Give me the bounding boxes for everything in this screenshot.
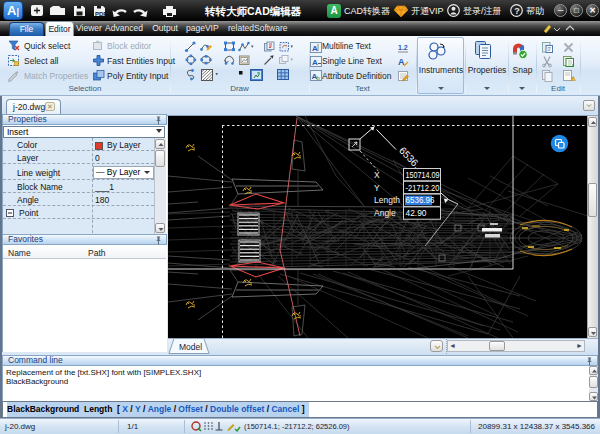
svg-text:6536.: 6536.	[397, 145, 422, 171]
svg-text:PDF: PDF	[95, 11, 107, 17]
svg-text:-21712.20: -21712.20	[406, 183, 440, 193]
svg-text:A: A	[312, 58, 318, 67]
svg-text:42.90: 42.90	[406, 208, 427, 218]
svg-text:Length: Length	[374, 195, 400, 205]
svg-text:6536.96: 6536.96	[406, 195, 435, 205]
svg-text:1.2: 1.2	[398, 44, 408, 51]
svg-text:A: A	[312, 44, 318, 53]
svg-text:150714.09: 150714.09	[406, 170, 440, 180]
svg-text:!: !	[572, 76, 573, 81]
svg-text:X: X	[374, 170, 380, 180]
svg-text:Angle: Angle	[374, 208, 396, 218]
svg-text:Model: Model	[179, 342, 202, 352]
svg-text:?: ?	[514, 6, 520, 16]
svg-text:Y: Y	[374, 183, 380, 193]
